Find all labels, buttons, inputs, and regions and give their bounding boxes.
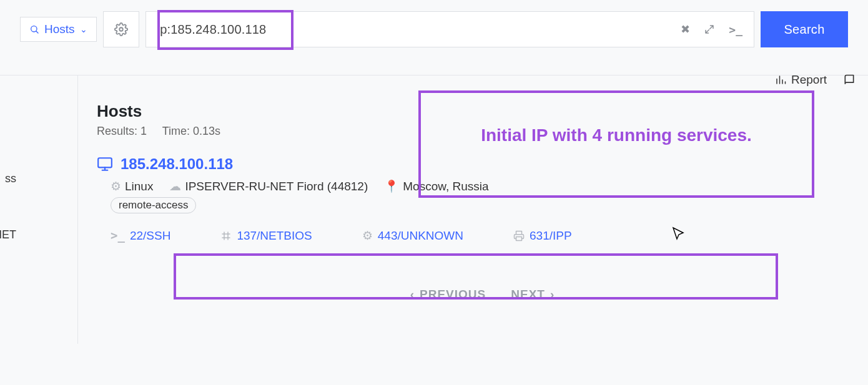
net-icon [220, 230, 232, 241]
chevron-left-icon: ‹ [410, 288, 415, 301]
annotation-callout: Initial IP with 4 running services. [418, 90, 814, 198]
tag-remote-access[interactable]: remote-access [111, 197, 196, 213]
printer-icon [513, 230, 525, 241]
host-tags: remote-access [97, 197, 868, 213]
gear-icon: ⚙ [111, 180, 121, 193]
pager-next[interactable]: NEXT› [511, 288, 555, 301]
gear-icon: ⚙ [362, 228, 373, 243]
pager-prev[interactable]: ‹PREVIOUS [410, 288, 486, 301]
svg-line-1 [36, 31, 38, 33]
svg-point-2 [119, 27, 123, 31]
monitor-icon [97, 156, 113, 172]
pager: ‹PREVIOUS NEXT› [97, 288, 868, 301]
expand-icon[interactable] [704, 24, 715, 35]
clear-icon[interactable]: ✖ [681, 22, 690, 36]
search-input-wrap: ✖ >_ [145, 11, 754, 47]
search-button[interactable]: Search [761, 11, 848, 47]
settings-button[interactable] [103, 11, 139, 47]
cloud-icon: ☁ [169, 180, 181, 193]
service-631-ipp[interactable]: 631/IPP [513, 229, 572, 243]
annotation-callout-text: Initial IP with 4 running services. [481, 125, 752, 145]
host-ip-link[interactable]: 185.248.100.118 [121, 155, 233, 173]
service-137-netbios[interactable]: 137/NETBIOS [220, 229, 312, 243]
service-22-ssh[interactable]: >_22/SSH [111, 228, 170, 243]
sidebar-fragment: J-NET [0, 219, 16, 250]
chevron-right-icon: › [550, 288, 555, 301]
left-sidebar-clip: ss J-NET [0, 76, 16, 344]
terminal-icon[interactable]: >_ [729, 23, 742, 36]
sidebar-fragment: ss [0, 163, 16, 194]
gear-icon [114, 22, 128, 36]
search-input-actions: ✖ >_ [681, 22, 742, 36]
host-services-row: >_22/SSH137/NETBIOS⚙443/UNKNOWN631/IPP [97, 220, 868, 251]
host-asn: ☁IPSERVER-RU-NET Fiord (44812) [169, 179, 368, 193]
top-search-bar: Hosts ⌄ ✖ >_ Search [0, 0, 868, 59]
pin-icon: 📍 [384, 180, 399, 193]
svg-rect-3 [98, 158, 112, 167]
search-input[interactable] [146, 22, 681, 37]
results-body: Report ss J-NET Hosts Results: 1 Time: 0… [0, 76, 868, 344]
svg-rect-4 [516, 236, 522, 240]
hosts-dropdown[interactable]: Hosts ⌄ [20, 17, 97, 42]
terminal-icon: >_ [111, 228, 125, 243]
results-count: Results: 1 [97, 125, 147, 137]
chevron-down-icon: ⌄ [80, 24, 87, 34]
service-443-unknown[interactable]: ⚙443/UNKNOWN [362, 228, 463, 243]
results-time: Time: 0.13s [162, 125, 220, 137]
search-icon [29, 24, 39, 34]
host-os: ⚙Linux [111, 179, 153, 193]
hosts-dropdown-label: Hosts [44, 22, 75, 36]
